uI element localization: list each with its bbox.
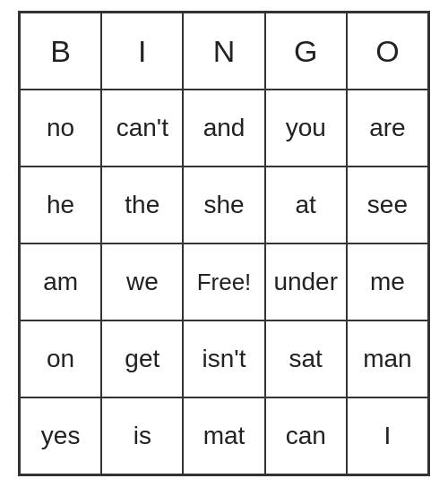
header-g: G	[265, 13, 347, 90]
cell-1-4[interactable]: you	[265, 90, 347, 167]
header-b: B	[20, 13, 101, 90]
cell-2-3[interactable]: she	[183, 167, 264, 244]
cell-2-5[interactable]: see	[347, 167, 428, 244]
cell-4-1[interactable]: on	[20, 320, 101, 397]
row-5: yes is mat can I	[20, 397, 428, 474]
cell-5-5[interactable]: I	[347, 397, 428, 474]
cell-5-2[interactable]: is	[101, 397, 183, 474]
row-2: he the she at see	[20, 167, 428, 244]
cell-3-5[interactable]: me	[347, 244, 428, 320]
header-row: B I N G O	[20, 13, 428, 90]
cell-4-3[interactable]: isn't	[183, 320, 264, 397]
cell-2-1[interactable]: he	[20, 167, 101, 244]
bingo-card: B I N G O no can't and you are he the sh…	[18, 11, 430, 476]
cell-1-2[interactable]: can't	[101, 90, 183, 167]
cell-2-2[interactable]: the	[101, 167, 183, 244]
cell-4-5[interactable]: man	[347, 320, 428, 397]
cell-1-1[interactable]: no	[20, 90, 101, 167]
header-i: I	[101, 13, 183, 90]
header-n: N	[183, 13, 264, 90]
row-3: am we Free! under me	[20, 244, 428, 320]
header-o: O	[347, 13, 428, 90]
cell-3-1[interactable]: am	[20, 244, 101, 320]
cell-3-2[interactable]: we	[101, 244, 183, 320]
cell-3-4[interactable]: under	[265, 244, 347, 320]
cell-3-3-free[interactable]: Free!	[183, 244, 264, 320]
cell-4-4[interactable]: sat	[265, 320, 347, 397]
cell-1-5[interactable]: are	[347, 90, 428, 167]
cell-2-4[interactable]: at	[265, 167, 347, 244]
cell-5-1[interactable]: yes	[20, 397, 101, 474]
cell-4-2[interactable]: get	[101, 320, 183, 397]
row-1: no can't and you are	[20, 90, 428, 167]
cell-5-4[interactable]: can	[265, 397, 347, 474]
cell-5-3[interactable]: mat	[183, 397, 264, 474]
cell-1-3[interactable]: and	[183, 90, 264, 167]
row-4: on get isn't sat man	[20, 320, 428, 397]
